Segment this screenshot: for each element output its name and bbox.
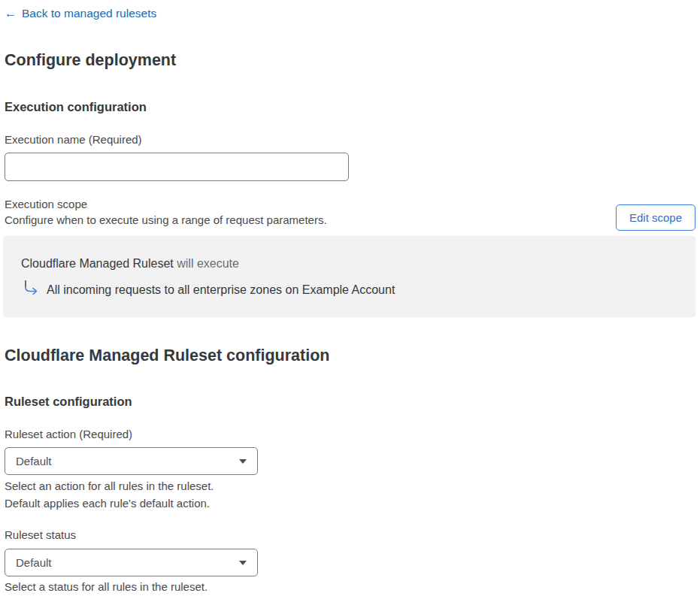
execution-name-label: Execution name (Required) (5, 133, 142, 146)
ruleset-action-help-line-2: Default applies each rule's default acti… (5, 497, 210, 510)
ruleset-status-selected-value: Default (16, 556, 52, 569)
summary-scope-line: All incoming requests to all enterprise … (23, 280, 395, 297)
edit-scope-button-label: Edit scope (629, 211, 682, 224)
execution-scope-description: Configure when to execute using a range … (5, 213, 327, 226)
ruleset-action-help-line-1: Select an action for all rules in the ru… (5, 480, 214, 492)
ruleset-status-select[interactable]: Default (5, 549, 258, 576)
ruleset-configuration-subheading: Ruleset configuration (5, 395, 132, 409)
back-link-label: Back to managed rulesets (22, 7, 156, 20)
page-title: Configure deployment (5, 51, 176, 70)
summary-ruleset-line: Cloudflare Managed Ruleset will execute (21, 257, 239, 271)
ruleset-action-selected-value: Default (16, 455, 52, 467)
summary-will-execute: will execute (174, 257, 239, 270)
back-arrow-icon: ← (5, 8, 17, 20)
execution-configuration-heading: Execution configuration (5, 100, 147, 114)
chevron-down-icon (239, 561, 247, 565)
back-to-managed-rulesets-link[interactable]: ← Back to managed rulesets (5, 7, 156, 20)
ruleset-status-label: Ruleset status (5, 528, 76, 541)
summary-ruleset-name: Cloudflare Managed Ruleset (21, 257, 174, 270)
return-arrow-icon (23, 280, 39, 297)
ruleset-configuration-section-heading: Cloudflare Managed Ruleset configuration (5, 346, 329, 365)
ruleset-action-select[interactable]: Default (5, 447, 258, 475)
execution-scope-label: Execution scope (5, 198, 87, 210)
chevron-down-icon (239, 459, 247, 464)
ruleset-status-help-line-1: Select a status for all rules in the rul… (5, 580, 208, 593)
summary-scope-text: All incoming requests to all enterprise … (47, 283, 395, 297)
ruleset-action-label: Ruleset action (Required) (5, 428, 132, 440)
execution-summary-box: Cloudflare Managed Ruleset will execute … (3, 236, 695, 317)
edit-scope-button[interactable]: Edit scope (616, 204, 695, 231)
execution-name-input[interactable] (5, 153, 349, 181)
